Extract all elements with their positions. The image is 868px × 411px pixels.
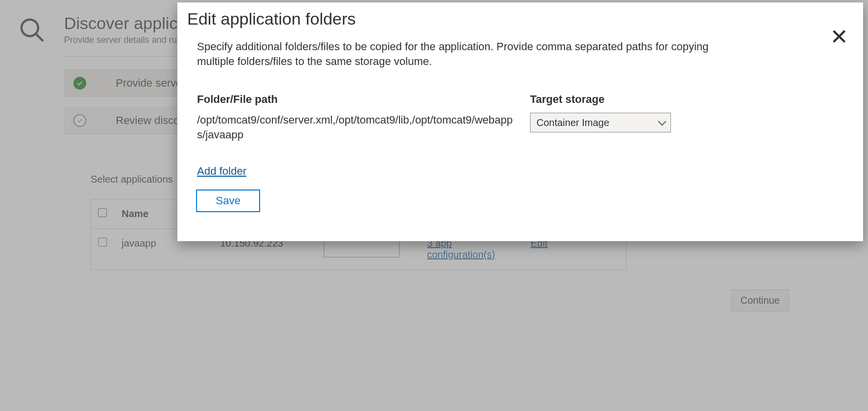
close-icon[interactable]: ✕ — [830, 26, 848, 48]
folder-path-label: Folder/File path — [197, 93, 520, 106]
modal-description: Specify additional folders/files to be c… — [197, 39, 739, 68]
folder-row: Folder/File path /opt/tomcat9/conf/serve… — [197, 93, 848, 142]
folder-path-value: /opt/tomcat9/conf/server.xml,/opt/tomcat… — [197, 113, 520, 142]
save-button[interactable]: Save — [196, 190, 260, 212]
modal-title: Edit application folders — [187, 9, 848, 29]
edit-application-folders-dialog: Edit application folders ✕ Specify addit… — [177, 2, 863, 241]
add-folder-link[interactable]: Add folder — [197, 165, 246, 177]
target-storage-label: Target storage — [530, 93, 688, 106]
target-storage-select[interactable]: Container Image — [530, 113, 671, 132]
